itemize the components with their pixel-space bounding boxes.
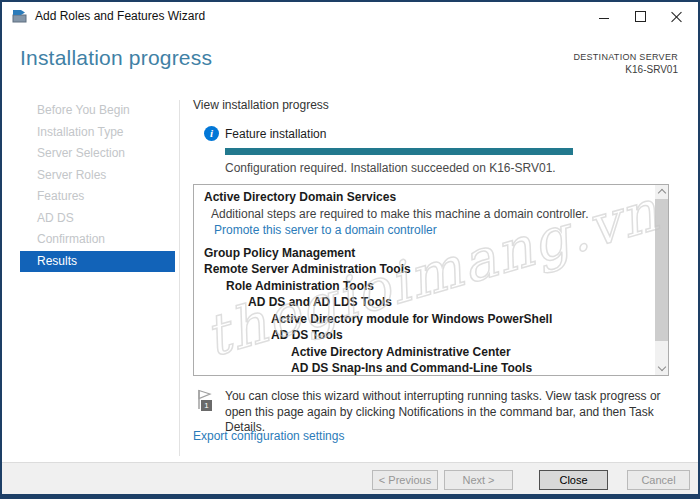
- maximize-button[interactable]: [622, 2, 658, 30]
- sidebar-item-confirmation: Confirmation: [2, 229, 178, 251]
- info-icon: i: [204, 126, 219, 141]
- sidebar-item-features: Features: [2, 186, 178, 208]
- scrollbar-up-arrow-icon[interactable]: [655, 185, 668, 199]
- promote-domain-controller-link[interactable]: Promote this server to a domain controll…: [194, 222, 654, 239]
- results-scrollbar[interactable]: [655, 185, 668, 375]
- maximize-icon: [635, 11, 646, 22]
- scrollbar-thumb[interactable]: [655, 199, 668, 341]
- export-configuration-link[interactable]: Export configuration settings: [193, 429, 344, 443]
- sidebar-item-server-selection: Server Selection: [2, 143, 178, 165]
- notification-count-badge: 1: [201, 400, 212, 411]
- previous-button[interactable]: < Previous: [372, 470, 438, 490]
- wizard-window: Add Roles and Features Wizard Installati…: [0, 0, 700, 499]
- result-item: AD DS Tools: [194, 327, 654, 344]
- page-title: Installation progress: [20, 46, 212, 70]
- result-item: Active Directory Administrative Center: [194, 344, 654, 361]
- sidebar-item-ad-ds: AD DS: [2, 208, 178, 230]
- cancel-button[interactable]: Cancel: [627, 470, 690, 490]
- result-item: Active Directory module for Windows Powe…: [194, 311, 654, 328]
- sidebar-item-installation-type: Installation Type: [2, 122, 178, 144]
- installation-status-text: Configuration required. Installation suc…: [225, 161, 556, 175]
- wizard-steps-sidebar: Before You Begin Installation Type Serve…: [2, 100, 178, 272]
- minimize-icon: [599, 18, 609, 19]
- installation-results-list: Active Directory Domain Services Additio…: [193, 184, 669, 376]
- close-wizard-button[interactable]: Close: [539, 470, 608, 490]
- destination-server-block: DESTINATION SERVER K16-SRV01: [573, 52, 678, 75]
- close-button[interactable]: [658, 2, 694, 30]
- destination-server-label: DESTINATION SERVER: [573, 52, 678, 62]
- next-button[interactable]: Next >: [444, 470, 513, 490]
- window-title: Add Roles and Features Wizard: [35, 9, 205, 23]
- scrollbar-down-arrow-icon[interactable]: [655, 361, 668, 375]
- minimize-button[interactable]: [586, 2, 622, 30]
- close-icon: [671, 11, 682, 22]
- sidebar-item-server-roles: Server Roles: [2, 165, 178, 187]
- result-item-note: Additional steps are required to make th…: [194, 206, 654, 223]
- sidebar-item-before-you-begin: Before You Begin: [2, 100, 178, 122]
- result-item: AD DS and AD LDS Tools: [194, 294, 654, 311]
- feature-installation-label: Feature installation: [225, 127, 326, 141]
- destination-server-name: K16-SRV01: [573, 64, 678, 75]
- installation-progress-fill: [225, 148, 573, 155]
- result-item: Remote Server Administration Tools: [194, 261, 654, 278]
- result-item: Group Policy Management: [194, 245, 654, 262]
- sidebar-item-results[interactable]: Results: [20, 251, 175, 273]
- title-bar[interactable]: Add Roles and Features Wizard: [2, 2, 698, 30]
- sidebar-separator: [179, 100, 180, 456]
- result-item: AD DS Snap-Ins and Command-Line Tools: [194, 360, 654, 377]
- installation-progress-bar: [225, 148, 573, 155]
- view-progress-label: View installation progress: [193, 98, 329, 112]
- result-item: Active Directory Domain Services: [194, 189, 654, 206]
- window-controls: [586, 2, 694, 30]
- results-rows: Active Directory Domain Services Additio…: [194, 189, 654, 377]
- wizard-app-icon: [12, 9, 29, 23]
- result-item: Role Administration Tools: [194, 278, 654, 295]
